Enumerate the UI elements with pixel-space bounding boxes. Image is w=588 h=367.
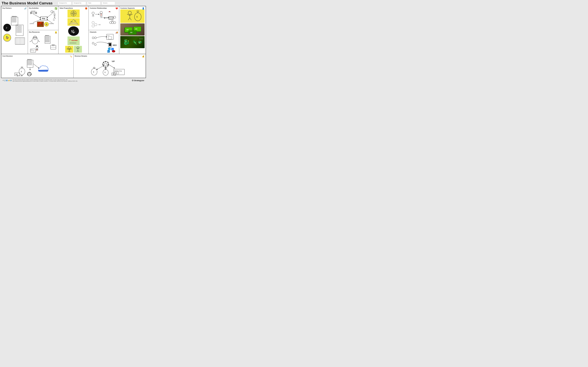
svg-text:BeBetter: BeBetter — [12, 16, 17, 17]
svg-text:100: 100 — [33, 50, 34, 51]
svg-text:🦎: 🦎 — [132, 40, 138, 45]
version-field[interactable]: Version: — [102, 2, 115, 5]
svg-point-220 — [104, 63, 107, 66]
revenue-streams-icon: 💰 — [142, 55, 145, 58]
svg-point-140 — [95, 23, 97, 26]
svg-rect-19 — [17, 28, 18, 29]
svg-point-141 — [92, 25, 94, 27]
svg-rect-212 — [29, 76, 30, 76]
svg-line-169 — [130, 18, 131, 20]
svg-text:ELEVEN: ELEVEN — [71, 40, 78, 41]
header-fields: Designed for: Designed by: Date: Version… — [58, 1, 145, 5]
designed-for-field[interactable]: Designed for: — [58, 2, 71, 5]
svg-text:$: $ — [71, 29, 73, 33]
vp-sticky-person: 达达 17 — [74, 46, 82, 53]
svg-text:🐲: 🐲 — [138, 40, 142, 44]
strategyzer-logo-icon: ⊙ — [132, 79, 134, 82]
svg-rect-5 — [12, 19, 13, 21]
svg-rect-93 — [48, 41, 49, 42]
svg-text:▶: ▶ — [108, 51, 109, 52]
svg-rect-88 — [45, 40, 46, 41]
svg-rect-153 — [109, 43, 111, 46]
customer-relationships-title: Customer Relationships — [90, 7, 118, 9]
svg-text:推荐: 推荐 — [111, 20, 113, 22]
svg-rect-211 — [29, 72, 30, 73]
svg-rect-242 — [114, 72, 116, 74]
svg-rect-192 — [31, 61, 32, 62]
svg-point-143 — [110, 22, 112, 24]
svg-rect-27 — [20, 31, 21, 33]
svg-rect-92 — [47, 41, 48, 42]
revenue-streams-cell: Revenue Streams 💰 VIP — [74, 54, 146, 78]
svg-rect-18 — [20, 26, 21, 27]
svg-rect-23 — [18, 29, 20, 31]
key-partners-icon: 🔗 — [24, 7, 27, 10]
svg-text:$: $ — [93, 71, 94, 73]
svg-point-61 — [37, 24, 39, 25]
svg-rect-21 — [20, 28, 21, 29]
key-activities-resources-col: Key Activities ✅ 健身器械 平台 — [28, 6, 59, 54]
svg-rect-24 — [20, 29, 21, 31]
vp-stickies-bottom: 助比 jun 达达 17 — [65, 46, 82, 53]
svg-text:$: $ — [104, 71, 105, 73]
svg-rect-218 — [30, 75, 31, 75]
svg-text:$: $ — [21, 71, 22, 73]
cost-structure-svg: BeBetter $ — [2, 57, 74, 76]
svg-rect-189 — [27, 60, 33, 67]
svg-rect-196 — [28, 64, 29, 65]
svg-text:$: $ — [137, 16, 138, 18]
svg-point-128 — [100, 11, 102, 14]
svg-point-164 — [128, 11, 131, 14]
svg-line-44 — [47, 13, 52, 17]
svg-rect-86 — [47, 38, 48, 39]
footer-left: © 🔄 👤 💰 ℹ️ This work is licensed under t… — [3, 79, 78, 82]
svg-rect-194 — [29, 62, 30, 63]
revenue-streams-svg: VIP $ $ BeBetter Shop AD — [75, 57, 146, 76]
cs-money-photo: $$$ $$$ $$$ — [120, 23, 145, 35]
svg-text:🦆: 🦆 — [5, 36, 9, 39]
cost-structure-title: Cost Structure — [2, 55, 72, 57]
svg-text:发布: 发布 — [101, 17, 103, 18]
svg-rect-90 — [48, 40, 49, 41]
svg-text:AD: AD — [112, 74, 114, 75]
svg-line-205 — [33, 64, 39, 68]
svg-rect-221 — [105, 61, 106, 62]
svg-line-168 — [128, 18, 130, 20]
svg-rect-25 — [17, 31, 18, 33]
svg-rect-95 — [52, 45, 54, 46]
svg-text:7: 7 — [69, 39, 71, 42]
svg-rect-148 — [108, 36, 112, 39]
footer-brand: ⊙ Strategyzer — [132, 79, 144, 82]
svg-text:🏍️: 🏍️ — [109, 10, 111, 12]
svg-rect-37 — [30, 12, 31, 14]
revenue-streams-title: Revenue Streams — [75, 55, 145, 57]
brand-name: Strategyzer — [134, 79, 144, 82]
svg-text:BeBetter: BeBetter — [45, 35, 49, 36]
svg-text:$$$: $$$ — [135, 28, 138, 30]
svg-rect-9 — [13, 21, 15, 22]
date-field[interactable]: Date: — [87, 2, 101, 5]
svg-point-144 — [112, 22, 114, 24]
designed-by-field[interactable]: Designed by: — [72, 2, 86, 5]
svg-text:🐉: 🐉 — [123, 39, 130, 45]
svg-text:折扣: 折扣 — [74, 20, 76, 21]
key-resources-title: Key Resources — [29, 31, 57, 33]
cost-structure-cell: Cost Structure 🏷️ BeBetter $ — [1, 54, 74, 78]
channels-svg: GYM — [90, 33, 118, 53]
vp-sticky-7eleven: 7 ELEVEN convenience — [68, 36, 80, 45]
svg-rect-146 — [107, 34, 113, 40]
svg-text:企: 企 — [108, 48, 110, 50]
svg-line-114 — [69, 50, 70, 52]
svg-rect-224 — [108, 64, 109, 65]
key-resources-cell: Key Resources 👷 — [28, 30, 58, 54]
key-activities-title: Key Activities — [29, 7, 57, 9]
svg-point-149 — [92, 37, 94, 39]
svg-rect-72 — [36, 46, 38, 46]
svg-text:BeBetter Shop: BeBetter Shop — [114, 70, 122, 72]
svg-text:GYM: GYM — [107, 35, 109, 36]
svg-rect-87 — [48, 38, 49, 39]
customer-segments-icon: 👤 — [142, 7, 145, 10]
svg-point-170 — [134, 13, 141, 21]
svg-rect-198 — [31, 64, 32, 65]
svg-line-126 — [93, 15, 94, 16]
